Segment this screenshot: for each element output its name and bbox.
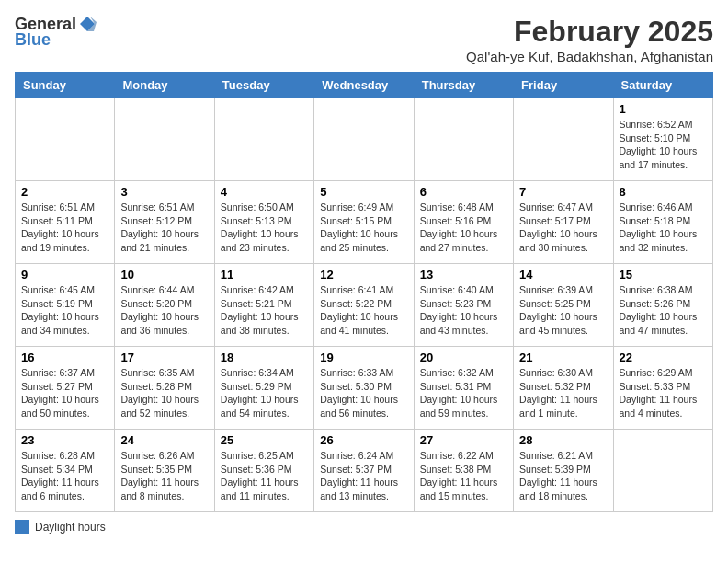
calendar-week-row: 9Sunrise: 6:45 AMSunset: 5:19 PMDaylight… <box>16 264 713 347</box>
day-number: 14 <box>519 268 607 282</box>
day-info: Sunrise: 6:50 AMSunset: 5:13 PMDaylight:… <box>221 201 308 255</box>
weekday-header: Sunday <box>16 73 115 98</box>
calendar-cell: 20Sunrise: 6:32 AMSunset: 5:31 PMDayligh… <box>414 347 513 430</box>
day-info: Sunrise: 6:42 AMSunset: 5:21 PMDaylight:… <box>221 283 308 338</box>
calendar-cell <box>115 98 214 181</box>
weekday-header-row: SundayMondayTuesdayWednesdayThursdayFrid… <box>16 73 713 98</box>
day-info: Sunrise: 6:52 AMSunset: 5:10 PMDaylight:… <box>620 118 707 172</box>
calendar-cell: 5Sunrise: 6:49 AMSunset: 5:15 PMDaylight… <box>314 181 414 264</box>
day-number: 9 <box>21 268 108 282</box>
calendar-cell: 13Sunrise: 6:40 AMSunset: 5:23 PMDayligh… <box>414 264 513 347</box>
day-number: 2 <box>21 185 108 199</box>
day-number: 12 <box>320 268 407 282</box>
calendar-cell: 22Sunrise: 6:29 AMSunset: 5:33 PMDayligh… <box>613 347 712 430</box>
calendar-cell: 2Sunrise: 6:51 AMSunset: 5:11 PMDaylight… <box>16 181 115 264</box>
day-number: 19 <box>320 350 407 364</box>
calendar-cell: 24Sunrise: 6:26 AMSunset: 5:35 PMDayligh… <box>115 430 214 512</box>
day-number: 21 <box>519 350 607 364</box>
calendar-cell <box>613 430 712 512</box>
day-info: Sunrise: 6:34 AMSunset: 5:29 PMDaylight:… <box>221 366 308 420</box>
calendar-week-row: 1Sunrise: 6:52 AMSunset: 5:10 PMDaylight… <box>16 98 713 181</box>
day-number: 1 <box>620 102 707 116</box>
day-number: 6 <box>420 185 507 199</box>
calendar-cell: 9Sunrise: 6:45 AMSunset: 5:19 PMDaylight… <box>16 264 115 347</box>
calendar-location: Qal'ah-ye Kuf, Badakhshan, Afghanistan <box>466 49 713 64</box>
calendar-cell: 7Sunrise: 6:47 AMSunset: 5:17 PMDaylight… <box>514 181 613 264</box>
calendar-cell: 28Sunrise: 6:21 AMSunset: 5:39 PMDayligh… <box>514 430 613 512</box>
calendar-cell: 6Sunrise: 6:48 AMSunset: 5:16 PMDaylight… <box>414 181 513 264</box>
calendar-title: February 2025 <box>466 15 713 49</box>
calendar-cell: 26Sunrise: 6:24 AMSunset: 5:37 PMDayligh… <box>314 430 414 512</box>
calendar-cell: 14Sunrise: 6:39 AMSunset: 5:25 PMDayligh… <box>514 264 613 347</box>
legend-color-box <box>15 520 29 534</box>
day-number: 17 <box>120 350 208 364</box>
calendar-cell: 16Sunrise: 6:37 AMSunset: 5:27 PMDayligh… <box>16 347 115 430</box>
day-number: 25 <box>221 433 308 447</box>
calendar-cell: 11Sunrise: 6:42 AMSunset: 5:21 PMDayligh… <box>214 264 313 347</box>
day-number: 26 <box>320 433 407 447</box>
day-info: Sunrise: 6:51 AMSunset: 5:11 PMDaylight:… <box>21 201 108 255</box>
day-info: Sunrise: 6:37 AMSunset: 5:27 PMDaylight:… <box>21 366 108 420</box>
day-info: Sunrise: 6:29 AMSunset: 5:33 PMDaylight:… <box>620 366 707 420</box>
calendar-cell: 3Sunrise: 6:51 AMSunset: 5:12 PMDaylight… <box>115 181 214 264</box>
day-number: 22 <box>620 350 707 364</box>
calendar-cell <box>214 98 313 181</box>
day-number: 11 <box>221 268 308 282</box>
title-block: February 2025 Qal'ah-ye Kuf, Badakhshan,… <box>466 15 713 64</box>
weekday-header: Wednesday <box>314 73 414 98</box>
day-info: Sunrise: 6:33 AMSunset: 5:30 PMDaylight:… <box>320 366 407 420</box>
calendar-cell: 18Sunrise: 6:34 AMSunset: 5:29 PMDayligh… <box>214 347 313 430</box>
calendar-cell: 1Sunrise: 6:52 AMSunset: 5:10 PMDaylight… <box>613 98 712 181</box>
weekday-header: Monday <box>115 73 214 98</box>
page-header: General Blue February 2025 Qal'ah-ye Kuf… <box>15 15 713 64</box>
day-number: 3 <box>120 185 208 199</box>
day-number: 16 <box>21 350 108 364</box>
calendar-cell: 8Sunrise: 6:46 AMSunset: 5:18 PMDaylight… <box>613 181 712 264</box>
day-info: Sunrise: 6:30 AMSunset: 5:32 PMDaylight:… <box>519 366 607 420</box>
day-info: Sunrise: 6:46 AMSunset: 5:18 PMDaylight:… <box>620 201 707 255</box>
calendar-cell <box>16 98 115 181</box>
calendar-cell: 23Sunrise: 6:28 AMSunset: 5:34 PMDayligh… <box>16 430 115 512</box>
day-info: Sunrise: 6:22 AMSunset: 5:38 PMDaylight:… <box>420 449 507 503</box>
weekday-header: Thursday <box>414 73 513 98</box>
day-info: Sunrise: 6:51 AMSunset: 5:12 PMDaylight:… <box>120 201 208 255</box>
calendar-cell: 17Sunrise: 6:35 AMSunset: 5:28 PMDayligh… <box>115 347 214 430</box>
day-number: 28 <box>519 433 607 447</box>
day-number: 24 <box>120 433 208 447</box>
calendar-cell <box>414 98 513 181</box>
calendar-week-row: 23Sunrise: 6:28 AMSunset: 5:34 PMDayligh… <box>16 430 713 512</box>
day-info: Sunrise: 6:35 AMSunset: 5:28 PMDaylight:… <box>120 366 208 420</box>
logo-blue: Blue <box>15 30 51 50</box>
calendar-cell <box>514 98 613 181</box>
calendar-week-row: 16Sunrise: 6:37 AMSunset: 5:27 PMDayligh… <box>16 347 713 430</box>
calendar-cell <box>314 98 414 181</box>
day-number: 23 <box>21 433 108 447</box>
day-info: Sunrise: 6:32 AMSunset: 5:31 PMDaylight:… <box>420 366 507 420</box>
calendar-cell: 27Sunrise: 6:22 AMSunset: 5:38 PMDayligh… <box>414 430 513 512</box>
day-info: Sunrise: 6:24 AMSunset: 5:37 PMDaylight:… <box>320 449 407 503</box>
day-info: Sunrise: 6:49 AMSunset: 5:15 PMDaylight:… <box>320 201 407 255</box>
weekday-header: Saturday <box>613 73 712 98</box>
day-number: 5 <box>320 185 407 199</box>
calendar-week-row: 2Sunrise: 6:51 AMSunset: 5:11 PMDaylight… <box>16 181 713 264</box>
day-number: 7 <box>519 185 607 199</box>
day-info: Sunrise: 6:40 AMSunset: 5:23 PMDaylight:… <box>420 283 507 338</box>
calendar-cell: 25Sunrise: 6:25 AMSunset: 5:36 PMDayligh… <box>214 430 313 512</box>
day-info: Sunrise: 6:48 AMSunset: 5:16 PMDaylight:… <box>420 201 507 255</box>
day-info: Sunrise: 6:28 AMSunset: 5:34 PMDaylight:… <box>21 449 108 503</box>
day-info: Sunrise: 6:25 AMSunset: 5:36 PMDaylight:… <box>221 449 308 503</box>
day-number: 15 <box>620 268 707 282</box>
day-info: Sunrise: 6:21 AMSunset: 5:39 PMDaylight:… <box>519 449 607 503</box>
day-number: 13 <box>420 268 507 282</box>
calendar-cell: 15Sunrise: 6:38 AMSunset: 5:26 PMDayligh… <box>613 264 712 347</box>
day-info: Sunrise: 6:41 AMSunset: 5:22 PMDaylight:… <box>320 283 407 338</box>
day-info: Sunrise: 6:26 AMSunset: 5:35 PMDaylight:… <box>120 449 208 503</box>
calendar-table: SundayMondayTuesdayWednesdayThursdayFrid… <box>15 72 713 512</box>
weekday-header: Friday <box>514 73 613 98</box>
day-number: 18 <box>221 350 308 364</box>
calendar-cell: 21Sunrise: 6:30 AMSunset: 5:32 PMDayligh… <box>514 347 613 430</box>
day-number: 20 <box>420 350 507 364</box>
day-info: Sunrise: 6:44 AMSunset: 5:20 PMDaylight:… <box>120 283 208 338</box>
calendar-cell: 4Sunrise: 6:50 AMSunset: 5:13 PMDaylight… <box>214 181 313 264</box>
day-number: 27 <box>420 433 507 447</box>
